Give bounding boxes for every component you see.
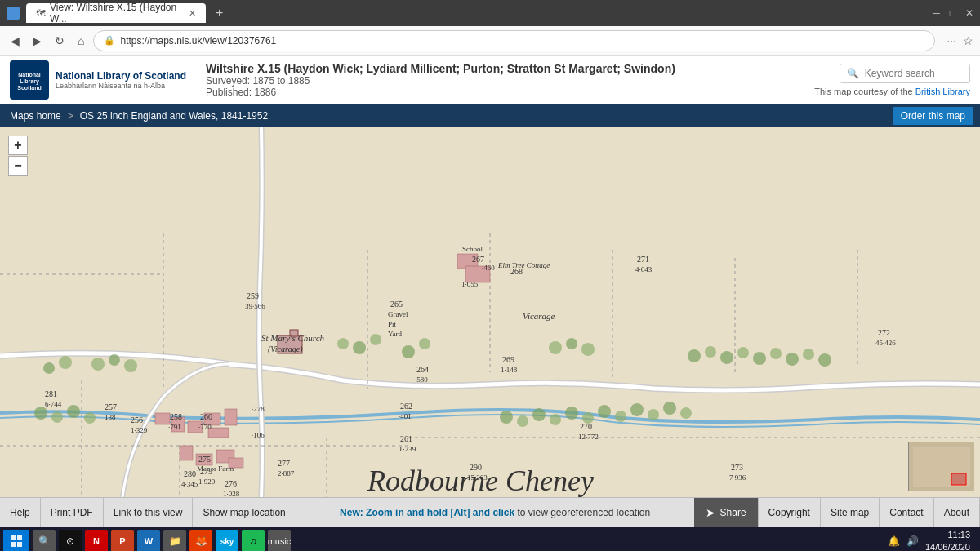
taskbar-firefox[interactable]: 🦊 <box>189 530 212 551</box>
taskbar-music[interactable]: music <box>268 530 291 551</box>
svg-rect-27 <box>180 446 193 460</box>
zoom-out-button[interactable]: − <box>8 156 28 176</box>
site-map-button[interactable]: Site map <box>821 498 880 527</box>
taskbar-sky[interactable]: sky <box>216 530 238 551</box>
taskbar: 🔍 ⊙ N P W 📁 🦊 sky ♫ music 🔔 🔊 11:13 14/0… <box>0 527 980 551</box>
map-published: Published: 1886 <box>206 87 801 98</box>
svg-text:280: 280 <box>184 469 196 478</box>
start-button[interactable] <box>3 530 29 551</box>
svg-text:·791: ·791 <box>168 423 181 431</box>
copyright-button[interactable]: Copyright <box>759 498 821 527</box>
svg-rect-134 <box>11 542 16 547</box>
notification-icon[interactable]: 🔔 <box>888 535 900 547</box>
new-tab-button[interactable]: + <box>216 6 223 20</box>
extensions-icon[interactable]: ··· <box>947 34 956 47</box>
maps-home-link[interactable]: Maps home <box>7 110 65 122</box>
svg-text:·580: ·580 <box>415 375 428 384</box>
svg-rect-20 <box>208 428 229 438</box>
svg-point-47 <box>720 351 733 364</box>
map-title: Wiltshire X.15 (Haydon Wick; Lydiard Mil… <box>206 62 801 75</box>
order-map-button[interactable]: Order this map <box>893 107 973 125</box>
svg-point-69 <box>680 407 692 419</box>
svg-point-61 <box>550 414 561 425</box>
back-button[interactable]: ◀ <box>7 33 24 49</box>
taskbar-search[interactable]: 🔍 <box>33 530 56 551</box>
netflix-icon: N <box>93 536 100 546</box>
notice-sub: to view georeferenced location <box>517 507 650 518</box>
svg-text:Scotland: Scotland <box>17 85 42 91</box>
svg-text:Yard: Yard <box>388 330 403 338</box>
svg-point-34 <box>124 359 137 372</box>
refresh-button[interactable]: ↻ <box>51 33 69 49</box>
maximize-button[interactable]: □ <box>950 7 956 19</box>
svg-point-39 <box>370 334 381 345</box>
map-svg: 281 6·744 280 4·345 277 2·887 290 15·263… <box>0 127 980 497</box>
close-button[interactable]: ✕ <box>965 7 973 19</box>
svg-point-59 <box>517 415 528 427</box>
browser-tab[interactable]: 🗺 View: Wiltshire X.15 (Haydon W... ✕ <box>26 3 206 23</box>
lock-icon: 🔒 <box>104 35 115 46</box>
nls-name: National Library of Scotland <box>56 70 186 82</box>
map-container[interactable]: 281 6·744 280 4·345 277 2·887 290 15·263… <box>0 127 980 497</box>
svg-text:6·744: 6·744 <box>45 400 62 408</box>
taskbar-files[interactable]: 📁 <box>163 530 186 551</box>
tab-favicon: 🗺 <box>36 8 45 18</box>
help-button[interactable]: Help <box>0 498 41 527</box>
svg-point-52 <box>803 349 814 360</box>
tab-title: View: Wiltshire X.15 (Haydon W... <box>50 2 184 24</box>
svg-point-55 <box>51 411 63 423</box>
address-bar[interactable]: 🔒 https://maps.nls.uk/view/120376761 <box>93 30 935 51</box>
svg-text:School: School <box>462 245 483 253</box>
bookmark-icon[interactable]: ☆ <box>963 34 973 47</box>
about-button[interactable]: About <box>934 498 980 527</box>
taskbar-spotify[interactable]: ♫ <box>242 530 265 551</box>
sky-icon: sky <box>220 537 234 546</box>
share-button[interactable]: ➤ Share <box>694 498 759 527</box>
svg-point-68 <box>663 402 676 415</box>
svg-text:St Mary's Church: St Mary's Church <box>261 333 325 343</box>
print-pdf-button[interactable]: Print PDF <box>41 498 104 527</box>
svg-text:Library: Library <box>20 78 39 85</box>
svg-point-49 <box>753 352 766 365</box>
svg-text:Pit: Pit <box>388 320 397 328</box>
svg-text:4·345: 4·345 <box>181 480 198 488</box>
svg-text:262: 262 <box>400 402 412 411</box>
svg-text:Vicarage: Vicarage <box>523 311 555 321</box>
svg-text:39·566: 39·566 <box>245 302 265 310</box>
tab-close-button[interactable]: ✕ <box>189 8 196 19</box>
taskbar-word[interactable]: W <box>137 530 160 551</box>
svg-point-37 <box>337 338 349 349</box>
keyword-search-input[interactable] <box>840 64 970 83</box>
svg-point-50 <box>770 348 782 359</box>
breadcrumb-link[interactable]: OS 25 inch England and Wales, 1841-1952 <box>77 110 271 122</box>
british-library-link[interactable]: British Library <box>915 87 970 96</box>
svg-rect-133 <box>17 535 22 540</box>
svg-text:National: National <box>18 72 41 78</box>
svg-point-54 <box>34 407 47 420</box>
svg-text:(Vicarage): (Vicarage) <box>268 344 303 354</box>
zoom-in-button[interactable]: + <box>8 136 28 155</box>
header-right: This map courtesy of the British Library <box>814 64 970 96</box>
map-surveyed: Surveyed: 1875 to 1885 <box>206 75 801 87</box>
taskbar-right: 🔔 🔊 11:13 14/06/2020 <box>888 529 977 551</box>
svg-text:·401: ·401 <box>399 412 412 420</box>
taskbar-office[interactable]: P <box>111 530 134 551</box>
svg-text:259: 259 <box>247 291 259 300</box>
minimize-button[interactable]: ─ <box>933 7 940 19</box>
taskbar-netflix[interactable]: N <box>85 530 108 551</box>
taskbar-cortana[interactable]: ⊙ <box>59 530 82 551</box>
home-button[interactable]: ⌂ <box>74 33 88 49</box>
contact-button[interactable]: Contact <box>880 498 933 527</box>
svg-text:2·887: 2·887 <box>278 469 295 478</box>
link-to-view-button[interactable]: Link to this view <box>104 498 194 527</box>
svg-text:281: 281 <box>45 389 57 398</box>
svg-point-62 <box>565 407 578 420</box>
nav-bar: Maps home > OS 25 inch England and Wales… <box>0 104 980 127</box>
show-map-location-button[interactable]: Show map location <box>193 498 296 527</box>
forward-button[interactable]: ▶ <box>29 33 46 49</box>
office-icon: P <box>119 536 125 546</box>
svg-point-36 <box>59 356 72 369</box>
svg-text:45·426: 45·426 <box>875 339 896 347</box>
volume-icon[interactable]: 🔊 <box>906 535 919 547</box>
window-controls: ─ □ ✕ <box>933 7 973 19</box>
